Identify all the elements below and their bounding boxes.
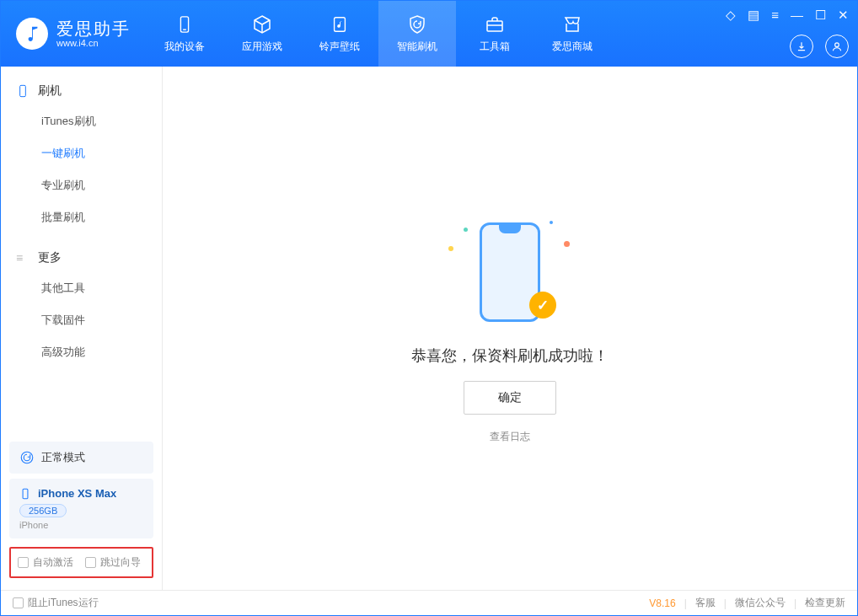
- wechat-link[interactable]: 微信公众号: [735, 596, 786, 610]
- cube-icon: [251, 13, 273, 35]
- svg-rect-7: [23, 489, 28, 499]
- brand-name: 爱思助手: [56, 19, 131, 38]
- sidebar-section-more: ≡ 更多: [1, 250, 162, 272]
- maximize-button[interactable]: ☐: [815, 8, 826, 23]
- view-log-link[interactable]: 查看日志: [490, 430, 530, 444]
- nav-label: 铃声壁纸: [319, 40, 360, 54]
- sidebar-item-pro-flash[interactable]: 专业刷机: [1, 169, 162, 201]
- success-illustration: ✓: [447, 212, 573, 330]
- list-icon[interactable]: ≡: [771, 8, 779, 23]
- nav-label: 智能刷机: [397, 40, 437, 54]
- section-title: 刷机: [38, 83, 62, 99]
- svg-rect-5: [20, 85, 26, 96]
- version-label: V8.16: [649, 597, 675, 609]
- skip-guide-checkbox[interactable]: 跳过向导: [85, 555, 141, 570]
- mode-label: 正常模式: [41, 450, 85, 465]
- checkbox-label: 自动激活: [33, 555, 73, 570]
- sidebar-item-other-tools[interactable]: 其他工具: [1, 272, 162, 304]
- refresh-icon: [19, 450, 35, 465]
- sidebar-section-flash: 刷机: [1, 83, 162, 105]
- support-link[interactable]: 客服: [695, 596, 716, 610]
- sidebar-item-oneclick-flash[interactable]: 一键刷机: [1, 137, 162, 169]
- window-controls: ◇ ▤ ≡ — ☐ ✕: [726, 1, 857, 67]
- check-icon: ✓: [529, 292, 556, 319]
- main-content: ✓ 恭喜您，保资料刷机成功啦！ 确定 查看日志: [163, 67, 857, 590]
- footer: 阻止iTunes运行 V8.16 | 客服 | 微信公众号 | 检查更新: [1, 590, 857, 615]
- storage-badge: 256GB: [19, 504, 67, 517]
- svg-rect-3: [487, 21, 502, 31]
- block-itunes-checkbox[interactable]: 阻止iTunes运行: [13, 596, 99, 610]
- menu-icon[interactable]: ▤: [748, 8, 759, 23]
- nav-smart-flash[interactable]: 智能刷机: [378, 1, 456, 67]
- toolbox-icon: [484, 13, 506, 35]
- device-card[interactable]: iPhone XS Max 256GB iPhone: [9, 479, 153, 538]
- nav-my-device[interactable]: 我的设备: [146, 1, 223, 67]
- checkbox-icon: [85, 557, 96, 568]
- ok-button[interactable]: 确定: [464, 381, 556, 415]
- sidebar: 刷机 iTunes刷机 一键刷机 专业刷机 批量刷机 ≡ 更多 其他工具 下载固…: [1, 67, 163, 590]
- auto-activate-checkbox[interactable]: 自动激活: [18, 555, 73, 570]
- success-message: 恭喜您，保资料刷机成功啦！: [411, 345, 609, 366]
- store-icon: [561, 13, 583, 35]
- brand-logo-icon: [16, 18, 48, 50]
- checkbox-icon: [13, 597, 24, 608]
- nav-label: 应用游戏: [242, 40, 282, 54]
- checkbox-icon: [18, 557, 29, 568]
- nav-toolbox[interactable]: 工具箱: [456, 1, 534, 67]
- nav-label: 爱思商城: [552, 40, 593, 54]
- nav-store[interactable]: 爱思商城: [534, 1, 611, 67]
- top-nav: 我的设备 应用游戏 铃声壁纸 智能刷机 工具箱 爱思商城: [146, 1, 611, 67]
- svg-point-4: [835, 43, 839, 47]
- mode-card[interactable]: 正常模式: [9, 442, 153, 474]
- brand: 爱思助手 www.i4.cn: [1, 18, 146, 50]
- checkbox-label: 跳过向导: [100, 555, 141, 570]
- download-button[interactable]: [790, 35, 813, 58]
- device-name: iPhone XS Max: [38, 487, 116, 500]
- music-file-icon: [329, 13, 351, 35]
- section-title: 更多: [38, 250, 62, 265]
- svg-rect-1: [183, 29, 186, 30]
- phone-icon: [174, 13, 196, 35]
- brand-url: www.i4.cn: [56, 38, 131, 48]
- svg-point-6: [21, 452, 33, 463]
- options-box: 自动激活 跳过向导: [9, 547, 153, 578]
- nav-ringtones[interactable]: 铃声壁纸: [301, 1, 378, 67]
- sidebar-item-itunes-flash[interactable]: iTunes刷机: [1, 105, 162, 137]
- close-button[interactable]: ✕: [838, 8, 849, 23]
- titlebar: 爱思助手 www.i4.cn 我的设备 应用游戏 铃声壁纸 智能刷机 工具箱 爱…: [1, 1, 857, 67]
- checkbox-label: 阻止iTunes运行: [28, 596, 99, 610]
- shirt-icon[interactable]: ◇: [726, 8, 736, 23]
- phone-icon: [19, 488, 31, 500]
- nav-apps-games[interactable]: 应用游戏: [223, 1, 301, 67]
- sidebar-item-batch-flash[interactable]: 批量刷机: [1, 201, 162, 233]
- minimize-button[interactable]: —: [791, 8, 803, 23]
- user-button[interactable]: [825, 35, 849, 58]
- sidebar-item-advanced[interactable]: 高级功能: [1, 336, 162, 368]
- update-link[interactable]: 检查更新: [805, 596, 845, 610]
- device-type: iPhone: [19, 520, 143, 530]
- list-icon: ≡: [16, 251, 29, 265]
- sidebar-item-download-firmware[interactable]: 下载固件: [1, 304, 162, 336]
- nav-label: 我的设备: [164, 40, 205, 54]
- shield-refresh-icon: [406, 13, 428, 35]
- nav-label: 工具箱: [480, 40, 510, 54]
